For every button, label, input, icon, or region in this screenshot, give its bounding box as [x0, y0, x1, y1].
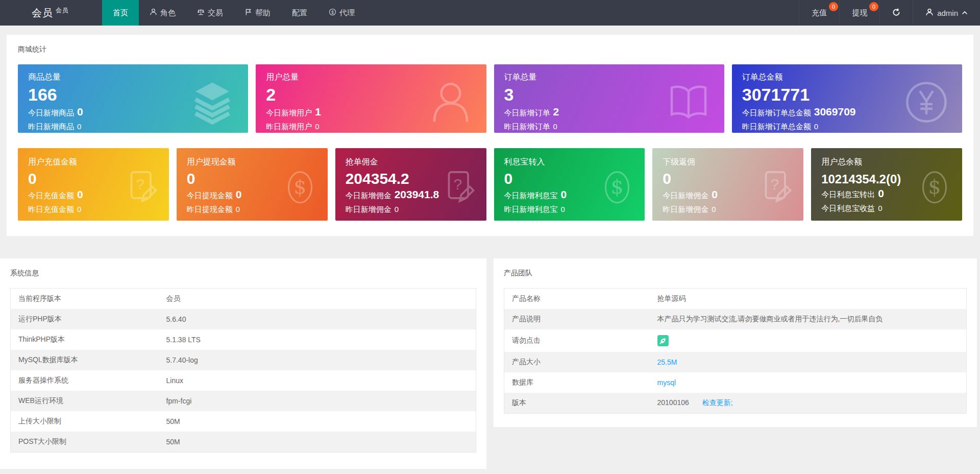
stat-card-yesterday-value: 0 — [236, 205, 240, 214]
info-row-link[interactable]: 25.5M — [657, 358, 677, 366]
stat-card-yesterday-label: 昨日新增利息宝 — [504, 205, 558, 214]
nav-item-help[interactable]: 帮助 — [234, 0, 281, 26]
product-team-row: 产品说明本产品只为学习测试交流,请勿要做商业或者用于违法行为,一切后果自负 — [504, 309, 967, 329]
info-row-value: 会员 — [159, 289, 476, 310]
user-icon — [925, 8, 934, 18]
chevron-up-icon — [962, 9, 968, 17]
stat-card-value: 0 — [504, 170, 635, 187]
stat-card-yesterday-label: 昨日新增订单总金额 — [742, 122, 811, 131]
stat-card-yesterday-value: 0 — [395, 205, 399, 214]
recharge-nav-item[interactable]: 充值 0 — [799, 0, 839, 26]
info-row-label: 请勿点击 — [504, 329, 650, 352]
check-update-link[interactable]: 检查更新; — [702, 398, 733, 407]
stat-card-value: 3071771 — [742, 85, 952, 104]
stat-card-grab-commission: 抢单佣金204354.2今日新增佣金203941.8昨日新增佣金0? — [335, 148, 486, 221]
stat-card-today-value: 0 — [561, 188, 567, 200]
info-row-value: 50M — [159, 411, 476, 432]
stat-card-yesterday-line: 昨日新增用户0 — [266, 122, 476, 132]
rocket-icon[interactable] — [657, 335, 669, 346]
product-team-row: 请勿点击 — [504, 329, 967, 352]
flag-icon — [244, 8, 252, 17]
stat-card-yesterday-value: 0 — [878, 204, 882, 212]
stats-panel: 商城统计 商品总量166今日新增商品0昨日新增商品0用户总量2今日新增用户1昨日… — [7, 35, 973, 236]
info-row-value: 抢单源码 — [657, 294, 686, 302]
stat-card-yesterday-value: 0 — [77, 122, 81, 131]
info-row-label: 上传大小限制 — [11, 411, 159, 432]
bottom-section: 系统信息 当前程序版本会员运行PHP版本5.6.40ThinkPHP版本5.1.… — [0, 258, 980, 469]
stat-card-yesterday-label: 昨日新增佣金 — [663, 205, 708, 214]
nav-item-label: 配置 — [292, 8, 307, 18]
info-row-value: fpm-fcgi — [159, 391, 476, 411]
navbar: 会员会员 首页角色交易帮助配置$代理 充值 0 提现 0 — [0, 0, 980, 26]
main-content: 商城统计 商品总量166今日新增商品0昨日新增商品0用户总量2今日新增用户1昨日… — [0, 35, 980, 469]
nav-item-label: 代理 — [339, 8, 355, 18]
stat-card-orders-total: 订单总量3今日新增订单2昨日新增订单0 — [494, 64, 724, 133]
nav-item-label: 首页 — [113, 8, 128, 18]
stat-card-today-label: 今日利息宝转出 — [821, 190, 875, 199]
stat-card-title: 用户提现金额 — [187, 157, 317, 168]
stat-card-yesterday-line: 昨日新增佣金0 — [346, 205, 476, 215]
product-team-row: 产品大小25.5M — [504, 352, 967, 372]
stat-card-yesterday-line: 昨日提现金额0 — [187, 205, 317, 215]
stat-card-today-line: 今日新增商品0 — [28, 106, 238, 118]
stat-card-today-value: 0 — [236, 188, 242, 200]
stat-card-today-line: 今日新增利息宝0 — [504, 188, 635, 201]
info-row-link[interactable]: mysql — [657, 378, 676, 387]
nav-item-home[interactable]: 首页 — [102, 0, 139, 26]
nav-item-roles[interactable]: 角色 — [139, 0, 186, 26]
system-info-row: ThinkPHP版本5.1.38 LTS — [11, 329, 476, 350]
stat-card-sub-rebate: 下级返佣0今日新增佣金0昨日新增佣金0? — [652, 148, 803, 221]
stats-row-primary: 商品总量166今日新增商品0昨日新增商品0用户总量2今日新增用户1昨日新增用户0… — [18, 64, 962, 133]
stat-card-yesterday-label: 昨日充值金额 — [28, 205, 74, 214]
stat-card-title: 用户总余额 — [821, 157, 952, 168]
info-row-label: 运行PHP版本 — [11, 309, 159, 329]
user-menu[interactable]: admin — [913, 0, 980, 26]
stat-card-value: 2 — [266, 85, 476, 104]
stat-card-title: 用户总量 — [266, 72, 476, 83]
system-info-row: 上传大小限制50M — [11, 411, 476, 432]
stat-card-value: 3 — [504, 85, 714, 104]
stat-card-yesterday-line: 昨日新增商品0 — [28, 122, 238, 132]
scales-icon — [197, 8, 205, 17]
info-row-label: ThinkPHP版本 — [11, 329, 159, 350]
stat-card-today-label: 今日新增订单总金额 — [742, 108, 811, 117]
stat-card-today-label: 今日新增商品 — [28, 108, 74, 117]
stat-card-user-balance: 用户总余额10214354.2(0)今日利息宝转出0今日利息宝收益0$ — [811, 148, 962, 221]
app-logo-sup: 会员 — [56, 6, 69, 15]
stat-card-yesterday-label: 昨日新增订单 — [504, 122, 550, 131]
stat-card-today-line: 今日充值金额0 — [28, 188, 159, 201]
info-row-value: 5.1.38 LTS — [159, 329, 476, 350]
stat-card-withdraw-amount: 用户提现金额0今日提现金额0昨日提现金额0$ — [177, 148, 328, 221]
info-row-label: 产品名称 — [504, 289, 650, 310]
stat-card-interest-in: 利息宝转入0今日新增利息宝0昨日新增利息宝0$ — [494, 148, 645, 221]
stat-card-today-line: 今日新增订单2 — [504, 106, 714, 118]
stat-card-title: 抢单佣金 — [346, 157, 476, 168]
stat-card-yesterday-value: 0 — [315, 122, 319, 131]
nav-item-label: 交易 — [208, 8, 223, 18]
refresh-icon — [892, 8, 900, 18]
stat-card-today-value: 2 — [553, 106, 559, 117]
system-info-table: 当前程序版本会员运行PHP版本5.6.40ThinkPHP版本5.1.38 LT… — [10, 288, 476, 453]
stat-card-today-line: 今日利息宝转出0 — [821, 187, 952, 200]
info-row-value: 50M — [159, 432, 476, 453]
stat-card-title: 商品总量 — [28, 72, 238, 83]
stat-card-value: 0 — [663, 170, 793, 187]
stat-card-yesterday-line: 昨日充值金额0 — [28, 205, 159, 215]
stat-card-yesterday-label: 昨日新增佣金 — [346, 205, 391, 214]
nav-item-config[interactable]: 配置 — [281, 0, 318, 26]
system-info-row: WEB运行环境fpm-fcgi — [11, 391, 476, 411]
stat-card-value: 0 — [28, 170, 159, 187]
stat-card-title: 订单总量 — [504, 72, 714, 83]
withdraw-nav-item[interactable]: 提现 0 — [839, 0, 879, 26]
info-row-value: 5.7.40-log — [159, 350, 476, 370]
system-info-row: POST大小限制50M — [11, 432, 476, 453]
nav-item-trade[interactable]: 交易 — [186, 0, 234, 26]
app-logo[interactable]: 会员会员 — [0, 0, 102, 26]
info-row-label: POST大小限制 — [11, 432, 159, 453]
refresh-button[interactable] — [879, 0, 913, 26]
stat-card-yesterday-label: 昨日新增商品 — [28, 122, 74, 131]
stat-card-today-label: 今日新增佣金 — [663, 191, 708, 200]
navbar-right: 充值 0 提现 0 admin — [799, 0, 980, 26]
stat-card-recharge-amount: 用户充值金额0今日充值金额0昨日充值金额0? — [18, 148, 169, 221]
nav-item-agent[interactable]: $代理 — [318, 0, 365, 26]
